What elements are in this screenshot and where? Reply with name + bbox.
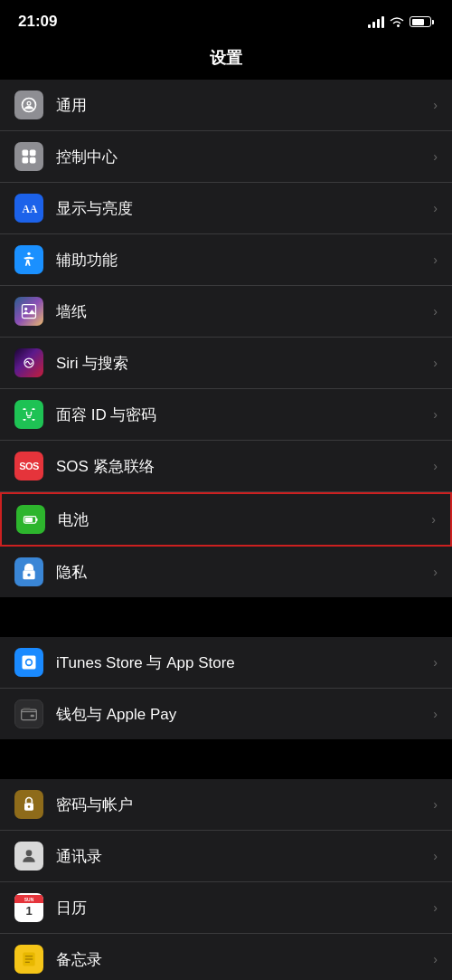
contacts-icon <box>14 842 43 871</box>
passwords-icon <box>14 790 43 819</box>
settings-item-calendar[interactable]: SUN 1 日历 › <box>0 882 452 934</box>
notes-label: 备忘录 <box>56 949 426 970</box>
control-chevron: › <box>433 149 438 164</box>
accessibility-label: 辅助功能 <box>56 250 426 271</box>
accessibility-icon <box>14 245 43 274</box>
svg-point-13 <box>26 412 28 414</box>
svg-point-25 <box>26 850 33 856</box>
svg-rect-22 <box>23 708 30 710</box>
calendar-label: 日历 <box>56 898 426 918</box>
general-icon <box>14 90 43 119</box>
faceid-icon <box>14 400 43 429</box>
settings-group-3: 密码与帐户 › 通讯录 › SUN 1 日历 › <box>0 779 452 980</box>
display-chevron: › <box>433 201 438 215</box>
control-label: 控制中心 <box>56 147 426 167</box>
svg-point-14 <box>31 412 33 414</box>
display-icon: AA <box>14 194 43 223</box>
settings-section-2: iTunes Store 与 App Store › 钱包与 Apple Pay… <box>0 637 452 739</box>
sos-icon: SOS <box>14 452 43 480</box>
wallet-chevron: › <box>433 707 438 721</box>
svg-rect-17 <box>25 518 33 522</box>
status-time: 21:09 <box>18 13 57 31</box>
settings-item-passwords[interactable]: 密码与帐户 › <box>0 779 452 831</box>
settings-item-battery[interactable]: 电池 › <box>0 492 452 547</box>
calendar-chevron: › <box>433 900 438 915</box>
settings-item-wallpaper[interactable]: 墙纸 › <box>0 286 452 338</box>
sos-chevron: › <box>433 459 438 473</box>
wallet-label: 钱包与 Apple Pay <box>56 704 426 725</box>
control-icon <box>14 142 43 171</box>
settings-item-display[interactable]: AA 显示与亮度 › <box>0 183 452 234</box>
siri-chevron: › <box>433 356 438 370</box>
wallet-icon <box>14 699 43 728</box>
svg-point-7 <box>24 308 27 310</box>
siri-label: Siri 与搜索 <box>56 353 426 374</box>
itunes-chevron: › <box>433 655 438 670</box>
accessibility-chevron: › <box>433 252 438 267</box>
privacy-chevron: › <box>433 565 438 579</box>
wallpaper-label: 墙纸 <box>56 301 426 322</box>
settings-section-3: 密码与帐户 › 通讯录 › SUN 1 日历 › <box>0 779 452 980</box>
status-bar: 21:09 <box>0 0 452 40</box>
settings-item-faceid[interactable]: 面容 ID 与密码 › <box>0 389 452 441</box>
settings-group-2: iTunes Store 与 App Store › 钱包与 Apple Pay… <box>0 637 452 739</box>
battery-settings-icon <box>16 505 45 534</box>
settings-group-1: 通用 › 控制中心 › AA 显示与亮度 <box>0 80 452 597</box>
status-icons <box>368 15 434 28</box>
svg-rect-1 <box>30 150 36 157</box>
faceid-label: 面容 ID 与密码 <box>56 404 426 425</box>
notes-icon <box>14 945 43 974</box>
sos-label: SOS 紧急联络 <box>56 456 426 477</box>
privacy-label: 隐私 <box>56 562 426 583</box>
svg-point-5 <box>27 252 30 255</box>
svg-point-19 <box>27 574 30 576</box>
settings-item-accessibility[interactable]: 辅助功能 › <box>0 234 452 286</box>
settings-item-contacts[interactable]: 通讯录 › <box>0 831 452 882</box>
settings-item-sos[interactable]: SOS SOS 紧急联络 › <box>0 441 452 492</box>
svg-rect-0 <box>23 150 29 157</box>
general-chevron: › <box>433 98 438 112</box>
svg-rect-2 <box>23 157 29 164</box>
settings-item-control[interactable]: 控制中心 › <box>0 131 452 183</box>
svg-rect-16 <box>36 519 38 521</box>
svg-rect-12 <box>32 419 34 421</box>
settings-item-wallet[interactable]: 钱包与 Apple Pay › <box>0 689 452 739</box>
wifi-icon <box>390 16 404 28</box>
section-gap-1 <box>0 604 452 637</box>
wallpaper-icon <box>14 297 43 326</box>
settings-item-general[interactable]: 通用 › <box>0 80 452 131</box>
settings-item-notes[interactable]: 备忘录 › <box>0 934 452 980</box>
notes-chevron: › <box>433 952 438 966</box>
settings-item-siri[interactable]: Siri 与搜索 › <box>0 338 452 389</box>
passwords-chevron: › <box>433 797 438 812</box>
itunes-label: iTunes Store 与 App Store <box>56 652 426 673</box>
itunes-icon <box>14 648 43 677</box>
contacts-chevron: › <box>433 849 438 863</box>
battery-label: 电池 <box>58 509 424 530</box>
svg-text:AA: AA <box>23 204 38 215</box>
siri-icon <box>14 348 43 377</box>
settings-item-privacy[interactable]: 隐私 › <box>0 547 452 597</box>
general-label: 通用 <box>56 95 426 116</box>
svg-rect-10 <box>32 408 34 410</box>
signal-icon <box>368 15 384 28</box>
contacts-label: 通讯录 <box>56 846 426 867</box>
faceid-chevron: › <box>433 407 438 422</box>
page-title: 设置 <box>0 40 452 80</box>
battery-icon <box>410 16 434 27</box>
battery-chevron: › <box>431 512 436 527</box>
svg-rect-21 <box>31 715 34 718</box>
privacy-icon <box>14 557 43 586</box>
svg-rect-6 <box>23 305 36 319</box>
calendar-icon: SUN 1 <box>14 893 43 922</box>
svg-rect-20 <box>22 709 37 720</box>
svg-rect-9 <box>23 408 25 410</box>
svg-rect-11 <box>23 419 25 421</box>
display-label: 显示与亮度 <box>56 198 426 219</box>
section-gap-2 <box>0 747 452 779</box>
svg-point-24 <box>28 805 31 808</box>
wallpaper-chevron: › <box>433 304 438 319</box>
svg-rect-3 <box>30 157 36 164</box>
passwords-label: 密码与帐户 <box>56 794 426 815</box>
settings-item-itunes[interactable]: iTunes Store 与 App Store › <box>0 637 452 689</box>
